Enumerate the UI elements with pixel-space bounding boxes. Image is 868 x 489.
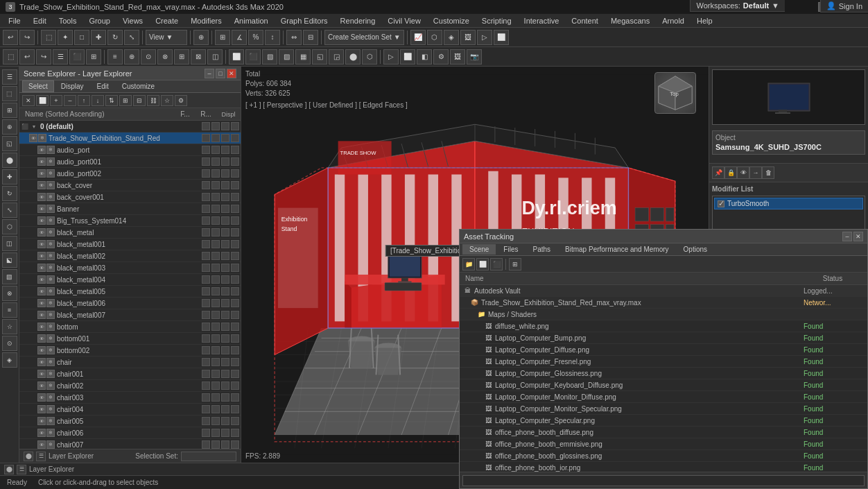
scene-col-icon[interactable]	[221, 169, 229, 178]
percent-snap-button[interactable]: %	[248, 30, 263, 45]
asset-tab-options[interactable]: Options	[677, 244, 714, 255]
scene-row[interactable]: 👁❄audio_port	[19, 144, 241, 156]
menu-modifiers[interactable]: Modifiers	[185, 15, 227, 26]
scene-col-icon[interactable]	[231, 193, 239, 201]
scene-freeze-icon[interactable]: ❄	[46, 334, 55, 343]
scene-col-icon[interactable]	[221, 157, 229, 166]
tb2-btn3[interactable]: ↪	[36, 49, 51, 65]
scene-freeze-icon[interactable]: ❄	[46, 146, 55, 154]
bottom-btn2[interactable]: ☰	[17, 465, 26, 474]
scene-col-icon[interactable]	[211, 346, 220, 354]
scene-col-icon[interactable]	[211, 417, 220, 425]
scene-tab-customize[interactable]: Customize	[116, 80, 161, 92]
scene-col-icon[interactable]	[221, 205, 229, 213]
scene-row[interactable]: 👁❄chair	[19, 357, 241, 368]
tb2-btn5[interactable]: ⬛	[69, 49, 85, 65]
scene-row[interactable]: 👁❄chair003	[19, 392, 241, 404]
scene-col-icon[interactable]	[211, 381, 220, 390]
asset-row[interactable]: 🖼office_phone_booth_glossines.pngFound	[460, 450, 867, 462]
tb2-render6[interactable]: 📷	[467, 49, 482, 65]
scene-col-icon[interactable]	[231, 429, 239, 437]
scene-tb-add[interactable]: +	[50, 95, 62, 106]
scene-eye-icon[interactable]: 👁	[37, 240, 46, 248]
tb2-render4[interactable]: ⚙	[433, 49, 449, 65]
scene-row[interactable]: 👁❄chair001	[19, 368, 241, 380]
left-btn-16[interactable]: ☆	[2, 319, 17, 334]
scene-row[interactable]: 👁❄bottom002	[19, 345, 241, 357]
scene-col-icon[interactable]	[211, 122, 220, 130]
scene-eye-icon[interactable]: 👁	[37, 323, 46, 331]
angle-snap-button[interactable]: ∡	[232, 30, 247, 45]
scene-col-icon[interactable]	[221, 287, 229, 295]
scene-eye-icon[interactable]: 👁	[37, 440, 46, 449]
scene-col-icon[interactable]	[202, 264, 210, 272]
scene-col-icon[interactable]	[231, 393, 239, 402]
scene-col-icon[interactable]	[202, 134, 210, 142]
menu-rendering[interactable]: Rendering	[335, 15, 381, 26]
snap-toggle-button[interactable]: ⊞	[215, 30, 230, 45]
scene-col-icon[interactable]	[211, 370, 220, 378]
scene-tab-edit[interactable]: Edit	[91, 80, 115, 92]
scene-eye-icon[interactable]: 👁	[37, 275, 46, 284]
scene-col-icon[interactable]	[231, 440, 239, 449]
scene-col-icon[interactable]	[231, 216, 239, 225]
scale-button[interactable]: ⤡	[124, 30, 139, 45]
scene-col-icon[interactable]	[231, 405, 239, 413]
scene-panel-minimize[interactable]: –	[205, 69, 214, 78]
tb2-btn12[interactable]: ⊠	[191, 49, 206, 65]
scene-expand-icon[interactable]: ▼	[30, 122, 38, 130]
scene-panel-maximize[interactable]: □	[216, 69, 225, 78]
scene-eye-icon[interactable]: 👁	[37, 370, 46, 378]
scene-tb-move-dn[interactable]: ↓	[92, 95, 104, 106]
scene-eye-icon[interactable]: 👁	[37, 417, 46, 425]
menu-arnold[interactable]: Arnold	[657, 15, 690, 26]
menu-interactive[interactable]: Interactive	[519, 15, 565, 26]
scene-row[interactable]: 👁❄black_metal005	[19, 286, 241, 298]
left-btn-13[interactable]: ▧	[2, 269, 17, 284]
menu-megascans[interactable]: Megascans	[605, 15, 655, 26]
scene-row[interactable]: ⬛▼0 (default)	[19, 121, 241, 132]
scene-col-icon[interactable]	[221, 216, 229, 225]
left-btn-8[interactable]: ↻	[2, 186, 17, 201]
scene-col-icon[interactable]	[221, 122, 229, 130]
scene-freeze-icon[interactable]: ❄	[38, 134, 46, 142]
scene-col-icon[interactable]	[202, 417, 210, 425]
left-btn-11[interactable]: ◫	[2, 236, 17, 251]
scene-col-icon[interactable]	[211, 228, 220, 237]
scene-col-icon[interactable]	[202, 240, 210, 248]
tb2-btn22[interactable]: ⬡	[362, 49, 377, 65]
left-btn-3[interactable]: ⊞	[2, 103, 17, 118]
asset-row[interactable]: 🏛Autodesk VaultLogged...	[460, 285, 867, 297]
scene-eye-icon[interactable]: 👁	[37, 381, 46, 390]
rotate-button[interactable]: ↻	[107, 30, 123, 45]
scene-row[interactable]: 👁❄chair006	[19, 427, 241, 439]
menu-edit[interactable]: Edit	[28, 15, 52, 26]
mod-del-btn[interactable]: 🗑	[762, 166, 774, 179]
asset-tab-files[interactable]: Files	[496, 244, 525, 255]
scene-col-icon[interactable]	[202, 346, 210, 354]
menu-scripting[interactable]: Scripting	[476, 15, 517, 26]
scene-eye-icon[interactable]: 👁	[37, 216, 46, 225]
scene-row[interactable]: 👁❄black_metal006	[19, 298, 241, 309]
menu-tools[interactable]: Tools	[53, 15, 83, 26]
scene-row[interactable]: 👁❄audio_port002	[19, 168, 241, 180]
scene-row[interactable]: 👁❄black_metal	[19, 227, 241, 239]
undo-button[interactable]: ↩	[3, 30, 18, 45]
scene-col-icon[interactable]	[231, 146, 239, 154]
mod-show-all-btn[interactable]: 👁	[737, 166, 749, 179]
tb2-btn9[interactable]: ⊙	[141, 49, 156, 65]
scene-col-icon[interactable]	[202, 193, 210, 201]
menu-help[interactable]: Help	[691, 15, 718, 26]
scene-eye-icon[interactable]: 👁	[37, 146, 46, 154]
scene-col-icon[interactable]	[202, 429, 210, 437]
scene-eye-icon[interactable]: 👁	[37, 405, 46, 413]
scene-tb-layer[interactable]: ⬜	[36, 95, 49, 106]
tb2-render3[interactable]: ◧	[417, 49, 432, 65]
scene-col-icon[interactable]	[211, 205, 220, 213]
scene-col-icon[interactable]	[231, 346, 239, 354]
asset-panel-minimize[interactable]: –	[842, 232, 852, 241]
scene-col-icon[interactable]	[231, 252, 239, 260]
align-button[interactable]: ⊟	[303, 30, 318, 45]
scene-col-icon[interactable]	[221, 193, 229, 201]
scene-col-icon[interactable]	[221, 299, 229, 307]
